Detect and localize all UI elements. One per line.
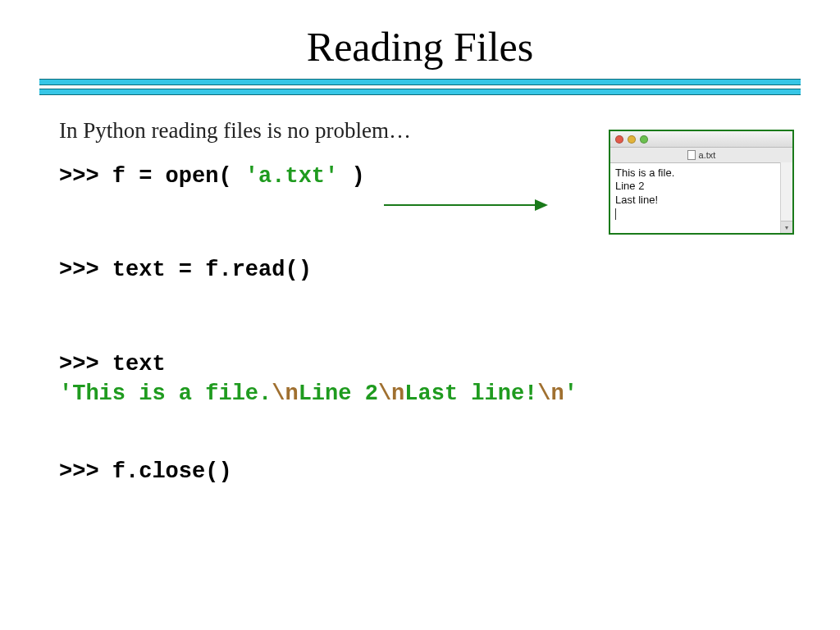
scrollbar[interactable]: ▾: [780, 162, 792, 233]
string-literal: 'a.txt': [245, 164, 338, 189]
file-preview-window: a.txt This is a file. Line 2 Last line! …: [609, 130, 794, 235]
rule-line: [39, 79, 801, 85]
code-output: 'This is a file.\nLine 2\nLast line!\n': [59, 379, 781, 409]
file-line: This is a file.: [615, 167, 788, 180]
file-line: Last line!: [615, 194, 788, 207]
escape-seq: \n: [537, 381, 564, 406]
string-text: Last line!: [404, 381, 537, 406]
escape-seq: \n: [272, 381, 298, 406]
text-cursor-icon: [615, 208, 616, 220]
scroll-down-icon[interactable]: ▾: [781, 221, 792, 233]
zoom-icon[interactable]: [640, 135, 648, 144]
spacer: [59, 285, 781, 349]
title-underline: [39, 79, 801, 95]
rule-line: [39, 89, 801, 95]
window-filename: a.txt: [699, 150, 716, 160]
code-line-eval: >>> text: [59, 349, 781, 379]
slide: Reading Files In Python reading files is…: [0, 0, 840, 630]
minimize-icon[interactable]: [628, 135, 636, 144]
spacer: [59, 409, 781, 457]
document-icon: [687, 150, 696, 160]
string-quote: ': [564, 381, 578, 406]
string-text: Line 2: [299, 381, 378, 406]
file-line: Line 2: [615, 180, 788, 193]
code-text: ): [338, 164, 364, 189]
code-line-close: >>> f.close(): [59, 457, 781, 486]
code-text: >>> f = open(: [59, 164, 245, 189]
string-text: This is a file.: [72, 381, 272, 406]
file-body: This is a file. Line 2 Last line!: [610, 163, 792, 234]
window-traffic-lights: [615, 135, 648, 144]
escape-seq: \n: [378, 381, 404, 406]
page-title: Reading Files: [0, 0, 840, 79]
close-icon[interactable]: [615, 135, 623, 144]
window-tabbar: a.txt: [610, 148, 792, 163]
code-line-read: >>> text = f.read(): [59, 255, 781, 285]
string-quote: ': [59, 381, 72, 406]
window-titlebar: [610, 131, 792, 148]
